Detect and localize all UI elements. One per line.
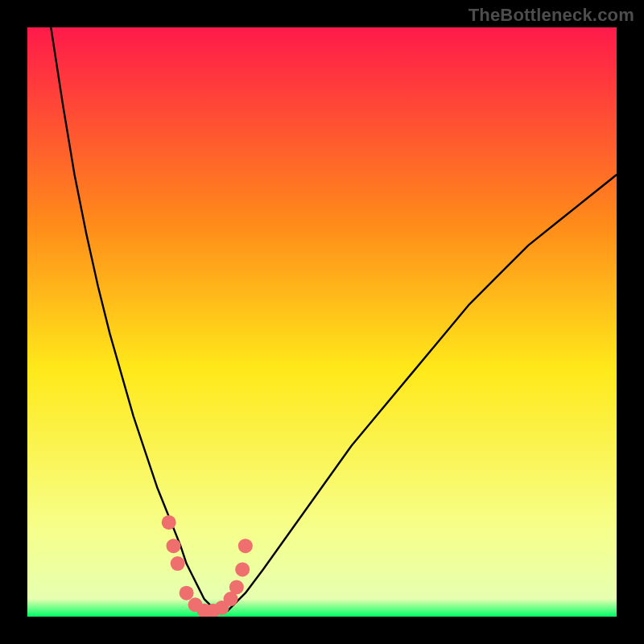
chart-frame: TheBottleneck.com <box>0 0 644 644</box>
data-marker <box>235 562 250 576</box>
watermark-text: TheBottleneck.com <box>469 5 634 26</box>
data-marker <box>167 539 181 553</box>
data-marker <box>171 556 185 571</box>
gradient-background <box>27 27 617 617</box>
data-marker <box>162 515 176 530</box>
plot-area <box>27 27 617 617</box>
bottleneck-chart-svg <box>27 27 617 617</box>
data-marker <box>180 586 194 601</box>
data-marker <box>238 539 253 553</box>
data-marker <box>229 580 244 594</box>
